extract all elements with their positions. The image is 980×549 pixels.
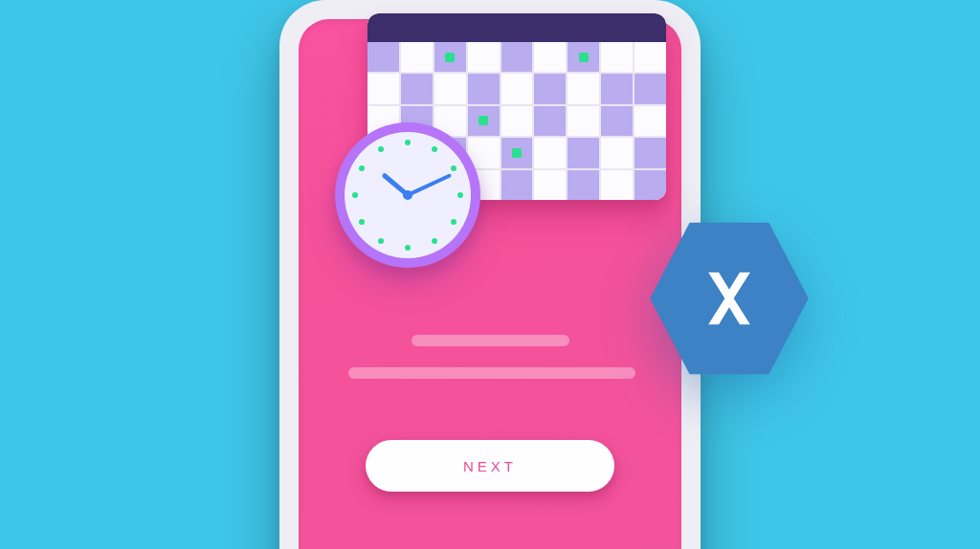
clock-tick <box>359 219 365 225</box>
calendar-cell <box>501 170 533 200</box>
calendar-cell <box>601 138 633 167</box>
calendar-cell <box>635 106 666 136</box>
calendar-event-dot <box>579 53 589 62</box>
calendar-cell <box>434 42 466 72</box>
phone-frame: NEXT <box>279 0 701 549</box>
clock-tick <box>405 140 411 145</box>
xamarin-icon <box>643 212 815 384</box>
calendar-cell <box>501 74 533 103</box>
clock-tick <box>352 192 358 198</box>
clock-tick <box>378 238 384 244</box>
clock-tick <box>432 238 437 244</box>
calendar-event-dot <box>479 116 488 125</box>
calendar-cell <box>368 42 399 72</box>
clock-tick <box>405 245 411 251</box>
clock-tick <box>359 165 365 171</box>
calendar-cell <box>635 170 666 200</box>
calendar-cell <box>601 170 633 200</box>
calendar-cell <box>635 74 666 103</box>
calendar-cell <box>568 106 599 136</box>
clock-tick <box>451 219 457 225</box>
calendar-event-dot <box>512 148 522 158</box>
calendar-cell <box>534 138 566 167</box>
calendar-cell <box>501 42 533 72</box>
calendar-cell <box>568 42 599 72</box>
phone-screen: NEXT <box>299 19 681 549</box>
clock-tick <box>432 146 437 152</box>
clock-tick <box>451 165 457 171</box>
calendar-cell <box>635 138 666 167</box>
calendar-event-dot <box>445 53 455 62</box>
clock-tick <box>457 192 463 198</box>
calendar-cell <box>401 42 433 72</box>
clock-face <box>345 132 471 258</box>
calendar-cell <box>468 106 500 136</box>
calendar-cell <box>468 42 500 72</box>
calendar-cell <box>468 74 500 103</box>
clock-center <box>403 190 412 200</box>
calendar-cell <box>401 74 433 103</box>
next-button[interactable]: NEXT <box>366 440 614 492</box>
calendar-cell <box>534 106 566 136</box>
clock-minute-hand <box>407 173 452 197</box>
clock-tick <box>378 146 384 152</box>
calendar-cell <box>501 138 533 167</box>
calendar-cell <box>501 106 533 136</box>
calendar-cell <box>568 138 599 167</box>
calendar-cell <box>568 170 599 200</box>
calendar-cell <box>368 74 399 103</box>
next-button-label: NEXT <box>463 458 517 474</box>
calendar-cell <box>635 42 666 72</box>
calendar-cell <box>534 42 566 72</box>
placeholder-line <box>348 367 635 379</box>
calendar-header <box>368 13 666 42</box>
calendar-cell <box>534 170 566 200</box>
placeholder-line <box>412 335 569 346</box>
clock-icon <box>335 122 480 268</box>
calendar-cell <box>434 74 466 103</box>
calendar-cell <box>534 74 566 103</box>
calendar-cell <box>601 106 633 136</box>
calendar-cell <box>568 74 599 103</box>
calendar-cell <box>601 74 633 103</box>
calendar-cell <box>601 42 633 72</box>
